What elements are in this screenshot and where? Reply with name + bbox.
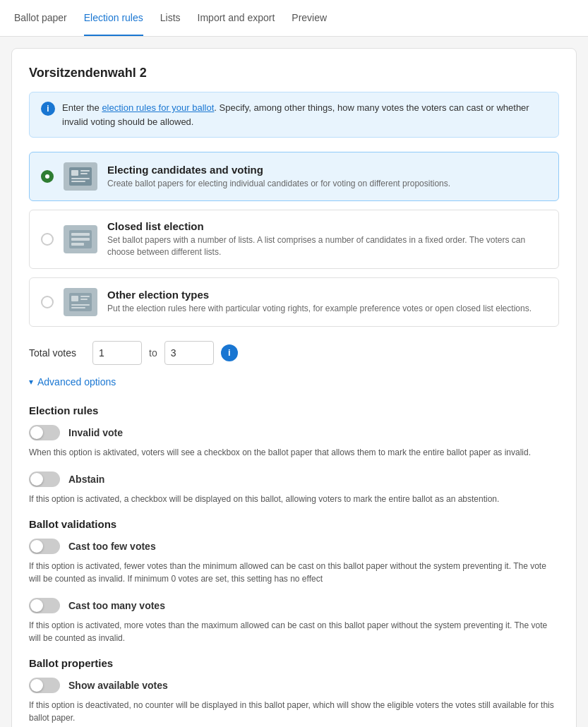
- abstain-row: Abstain: [29, 471, 559, 487]
- votes-max-input[interactable]: [164, 341, 214, 365]
- cast-too-many-row: Cast too many votes: [29, 598, 559, 613]
- votes-row: Total votes to i: [29, 341, 559, 365]
- abstain-label: Abstain: [68, 474, 104, 485]
- chevron-down-icon: ▾: [29, 377, 33, 387]
- option-title-1: Closed list election: [107, 220, 547, 232]
- election-rules-section: Election rules Invalid vote When this op…: [29, 404, 559, 505]
- option-desc-0: Create ballot papers for electing indivi…: [107, 178, 450, 190]
- cast-too-many-toggle[interactable]: [29, 598, 60, 613]
- option-title-0: Electing candidates and voting: [107, 164, 450, 176]
- abstain-toggle[interactable]: [29, 471, 60, 487]
- svg-rect-15: [71, 307, 85, 308]
- show-available-votes-description: If this option is deactivated, no counte…: [29, 699, 559, 724]
- abstain-description: If this option is activated, a checkbox …: [29, 493, 559, 505]
- ballot-validations-section: Ballot validations Cast too few votes If…: [29, 518, 559, 644]
- option-title-2: Other election types: [107, 289, 532, 301]
- radio-other-types[interactable]: [41, 296, 54, 308]
- election-option-2[interactable]: Other election types Put the election ru…: [29, 277, 559, 327]
- svg-rect-14: [71, 304, 90, 306]
- svg-rect-5: [71, 181, 85, 182]
- cast-too-many-label: Cast too many votes: [68, 600, 165, 611]
- show-available-votes-toggle[interactable]: [29, 678, 60, 693]
- show-available-votes-row: Show available votes: [29, 678, 559, 693]
- radio-closed-list[interactable]: [41, 233, 54, 246]
- invalid-vote-toggle[interactable]: [29, 425, 60, 440]
- svg-rect-10: [69, 293, 92, 311]
- option-icon-1: [64, 225, 97, 253]
- info-text: Enter the election rules for your ballot…: [62, 101, 547, 128]
- info-box: i Enter the election rules for your ball…: [29, 92, 559, 138]
- votes-label: Total votes: [29, 347, 85, 359]
- svg-rect-0: [69, 167, 92, 186]
- nav-election-rules[interactable]: Election rules: [84, 1, 143, 36]
- nav-ballot-paper[interactable]: Ballot paper: [14, 1, 67, 36]
- info-icon: i: [41, 102, 55, 116]
- main-card: Vorsitzendenwahl 2 i Enter the election …: [11, 48, 577, 727]
- nav-preview[interactable]: Preview: [292, 1, 327, 36]
- election-rules-link[interactable]: election rules for your ballot: [102, 102, 214, 113]
- option-icon-2: [64, 288, 97, 316]
- svg-rect-9: [71, 243, 84, 246]
- nav-lists[interactable]: Lists: [160, 1, 181, 36]
- election-rules-title: Election rules: [29, 404, 559, 416]
- svg-rect-12: [80, 296, 90, 297]
- option-desc-1: Set ballot papers with a number of lists…: [107, 234, 547, 258]
- election-option-1[interactable]: Closed list election Set ballot papers w…: [29, 210, 559, 269]
- votes-min-input[interactable]: [92, 341, 142, 365]
- svg-rect-11: [71, 296, 78, 301]
- top-navigation: Ballot paper Election rules Lists Import…: [0, 0, 588, 37]
- radio-electing-candidates[interactable]: [41, 170, 54, 183]
- ballot-properties-title: Ballot properties: [29, 657, 559, 669]
- election-option-0[interactable]: Electing candidates and voting Create ba…: [29, 152, 559, 201]
- cast-too-many-description: If this option is activated, more votes …: [29, 619, 559, 644]
- svg-rect-7: [71, 233, 90, 236]
- main-content: Vorsitzendenwahl 2 i Enter the election …: [0, 37, 588, 727]
- cast-too-few-label: Cast too few votes: [68, 541, 156, 552]
- svg-rect-1: [71, 170, 78, 176]
- svg-rect-2: [80, 170, 90, 172]
- cast-too-few-description: If this option is activated, fewer votes…: [29, 560, 559, 585]
- ballot-properties-section: Ballot properties Show available votes I…: [29, 657, 559, 724]
- votes-info-icon[interactable]: i: [221, 344, 238, 361]
- advanced-toggle[interactable]: ▾ Advanced options: [29, 376, 559, 387]
- option-text-2: Other election types Put the election ru…: [107, 289, 532, 315]
- option-text-1: Closed list election Set ballot papers w…: [107, 220, 547, 258]
- votes-to: to: [149, 347, 157, 359]
- invalid-vote-label: Invalid vote: [68, 427, 123, 438]
- svg-rect-4: [71, 178, 90, 179]
- ballot-validations-title: Ballot validations: [29, 518, 559, 530]
- cast-too-few-row: Cast too few votes: [29, 539, 559, 554]
- svg-rect-13: [80, 299, 88, 300]
- svg-rect-3: [80, 173, 88, 174]
- invalid-vote-row: Invalid vote: [29, 425, 559, 440]
- option-text-0: Electing candidates and voting Create ba…: [107, 164, 450, 190]
- show-available-votes-label: Show available votes: [68, 680, 168, 691]
- invalid-vote-description: When this option is aktivated, voters wi…: [29, 446, 559, 459]
- info-text-before-link: Enter the: [62, 102, 102, 113]
- svg-rect-8: [71, 238, 90, 241]
- option-icon-0: [64, 162, 97, 191]
- option-desc-2: Put the election rules here with particu…: [107, 303, 532, 315]
- advanced-toggle-label: Advanced options: [37, 376, 116, 387]
- page-title: Vorsitzendenwahl 2: [29, 66, 559, 80]
- cast-too-few-toggle[interactable]: [29, 539, 60, 554]
- nav-import-export[interactable]: Import and export: [198, 1, 275, 36]
